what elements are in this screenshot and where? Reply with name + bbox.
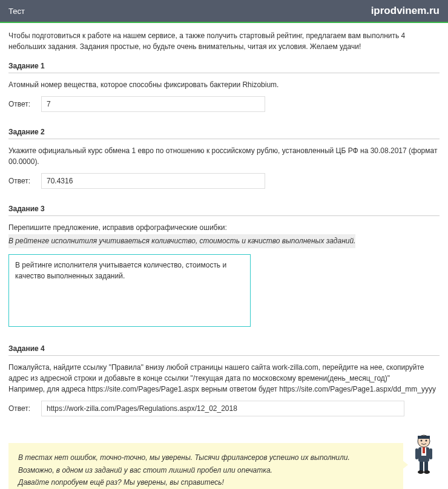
answer-row: Ответ:	[8, 401, 440, 416]
task-question: Атомный номер вещества, которое способны…	[8, 79, 440, 90]
svg-rect-9	[420, 462, 423, 471]
error-row: В тестах нет ошибок, точно-точно, мы уве…	[8, 432, 440, 489]
task-3: Задание 3 Перепишите предложение, исправ…	[8, 205, 440, 329]
svg-rect-6	[423, 447, 425, 453]
textarea-wrap	[8, 254, 440, 329]
svg-point-3	[426, 440, 427, 442]
task-title: Задание 1	[8, 62, 440, 73]
svg-point-2	[421, 440, 423, 442]
task-4: Задание 4 Пожалуйста, найдите ссылку "Пр…	[8, 344, 440, 416]
task-title: Задание 3	[8, 205, 440, 216]
page-header: Тест iprodvinem.ru	[0, 0, 448, 23]
error-line-1: В тестах нет ошибок, точно-точно, мы уве…	[18, 451, 394, 464]
error-line-2: Возможно, в одном из заданий у вас стоит…	[18, 464, 394, 476]
svg-rect-10	[424, 462, 428, 471]
intro-text: Чтобы подготовиться к работе на нашем се…	[8, 30, 440, 52]
answer-input-4[interactable]	[41, 401, 404, 416]
answer-input-2[interactable]	[41, 173, 265, 189]
task-question: Перепишите предложение, исправив орфогра…	[8, 222, 440, 248]
mascot-icon	[408, 432, 440, 474]
content-area: Чтобы подготовиться к работе на нашем се…	[0, 23, 448, 489]
task-title: Задание 4	[8, 344, 440, 356]
task-question: Пожалуйста, найдите ссылку "Правила" вни…	[8, 362, 440, 395]
answer-row: Ответ:	[8, 96, 440, 112]
task-title: Задание 2	[8, 128, 440, 139]
svg-rect-8	[429, 448, 432, 459]
task-question-text: Перепишите предложение, исправив орфогра…	[8, 223, 227, 232]
task-quote-text: В рейтенге исполнитиля учитиваеться коли…	[8, 234, 355, 248]
error-line-3: Давайте попробуем ещё раз? Мы уверены, в…	[18, 476, 394, 488]
answer-label: Ответ:	[8, 404, 34, 413]
svg-point-12	[424, 470, 430, 474]
answer-input-1[interactable]	[41, 96, 265, 112]
task-1: Задание 1 Атомный номер вещества, которо…	[8, 62, 440, 112]
svg-point-11	[418, 470, 424, 474]
answer-textarea-3[interactable]	[8, 254, 251, 327]
answer-label: Ответ:	[8, 177, 34, 185]
page-title: Тест	[8, 7, 25, 16]
brand-watermark: iprodvinem.ru	[371, 5, 440, 17]
svg-rect-1	[418, 436, 430, 439]
answer-label: Ответ:	[8, 100, 34, 108]
task-question: Укажите официальный курс обмена 1 евро п…	[8, 145, 440, 167]
answer-row: Ответ:	[8, 173, 440, 189]
task-2: Задание 2 Укажите официальный курс обмен…	[8, 128, 440, 189]
error-message-box: В тестах нет ошибок, точно-точно, мы уве…	[8, 443, 403, 489]
svg-rect-7	[415, 448, 418, 459]
